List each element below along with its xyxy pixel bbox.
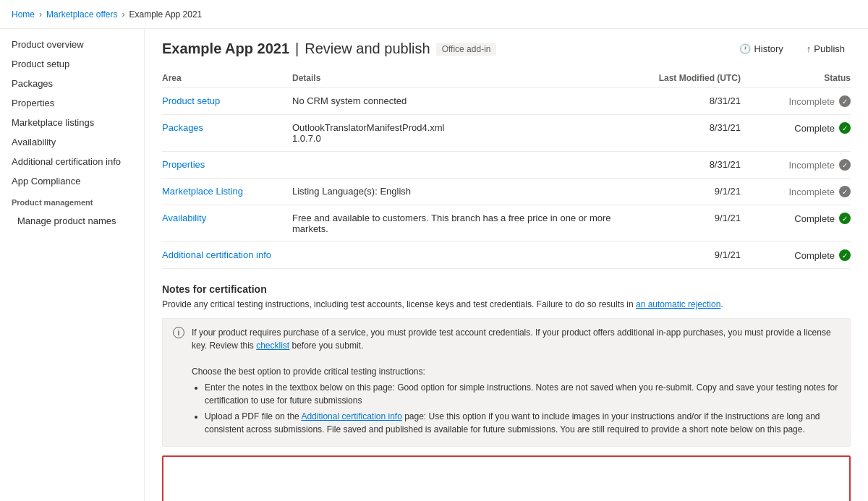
breadcrumb-sep2: › [122, 9, 125, 20]
incomplete-icon: ✓ [839, 186, 851, 197]
status-cell-0: Incomplete✓ [749, 88, 851, 115]
history-label: History [754, 43, 783, 54]
table-row: Additional certification info9/1/21Compl… [162, 242, 851, 269]
sidebar-item-additional-cert[interactable]: Additional certification info [0, 152, 144, 171]
col-modified: Last Modified (UTC) [634, 69, 749, 88]
sidebar-item-manage-product-names[interactable]: Manage product names [0, 211, 144, 231]
table-row: Properties8/31/21Incomplete✓ [162, 152, 851, 179]
checklist-link[interactable]: checklist [256, 341, 289, 351]
status-cell-5: Complete✓ [749, 242, 851, 269]
details-cell-4: Free and available to customers. This br… [292, 205, 634, 242]
complete-icon: ✓ [839, 249, 851, 261]
sidebar-item-product-overview[interactable]: Product overview [0, 35, 144, 54]
area-link-4[interactable]: Availability [162, 213, 206, 223]
title-divider: | [295, 40, 299, 57]
review-table: Area Details Last Modified (UTC) Status … [162, 69, 851, 269]
table-row: Product setupNo CRM system connected8/31… [162, 88, 851, 115]
page-subtitle: Review and publish [305, 40, 430, 57]
notes-section: Notes for certification Provide any crit… [162, 283, 851, 501]
breadcrumb: Home › Marketplace offers › Example App … [12, 9, 202, 20]
app-name: Example App 2021 [162, 40, 289, 57]
modified-cell-4: 9/1/21 [634, 205, 749, 242]
details-cell-1: OutlookTranslatorManifestProd4.xml1.0.7.… [292, 115, 634, 152]
history-button[interactable]: 🕐 History [733, 40, 788, 57]
details-cell-0: No CRM system connected [292, 88, 634, 115]
main-content: Example App 2021 | Review and publish Of… [145, 29, 868, 501]
breadcrumb-home[interactable]: Home [12, 9, 35, 20]
rejection-link[interactable]: an automatic rejection [636, 299, 720, 309]
publish-icon: ↑ [807, 43, 812, 54]
breadcrumb-sep1: › [39, 9, 42, 20]
modified-cell-2: 8/31/21 [634, 152, 749, 179]
details-cell-2 [292, 152, 634, 179]
publish-header-label: Publish [814, 43, 845, 54]
bullet-1: Enter the notes in the textbox below on … [205, 381, 840, 407]
sidebar-item-marketplace-listings[interactable]: Marketplace listings [0, 113, 144, 132]
table-row: Marketplace ListingListing Language(s): … [162, 179, 851, 205]
product-badge: Office add-in [436, 43, 497, 56]
complete-icon: ✓ [839, 122, 851, 134]
info-icon: i [173, 327, 184, 338]
modified-cell-0: 8/31/21 [634, 88, 749, 115]
col-details: Details [292, 69, 634, 88]
notes-description: Provide any critical testing instruction… [162, 298, 851, 311]
breadcrumb-offers[interactable]: Marketplace offers [46, 9, 118, 20]
additional-cert-link[interactable]: Additional certification info [301, 411, 401, 421]
notes-textarea[interactable] [162, 455, 851, 501]
area-link-1[interactable]: Packages [162, 122, 203, 133]
table-row: AvailabilityFree and available to custom… [162, 205, 851, 242]
sidebar-item-availability[interactable]: Availability [0, 132, 144, 152]
publish-header-button[interactable]: ↑ Publish [801, 40, 851, 57]
page-title-group: Example App 2021 | Review and publish Of… [162, 40, 496, 57]
status-cell-2: Incomplete✓ [749, 152, 851, 179]
details-cell-5 [292, 242, 634, 269]
col-area: Area [162, 69, 292, 88]
table-row: PackagesOutlookTranslatorManifestProd4.x… [162, 115, 851, 152]
incomplete-icon: ✓ [839, 95, 851, 107]
history-icon: 🕐 [739, 43, 751, 54]
area-link-3[interactable]: Marketplace Listing [162, 186, 243, 197]
sidebar-item-app-compliance[interactable]: App Compliance [0, 171, 144, 191]
sidebar-item-product-management: Product management [0, 191, 144, 211]
complete-icon: ✓ [839, 213, 851, 224]
area-link-2[interactable]: Properties [162, 159, 205, 170]
modified-cell-3: 9/1/21 [634, 179, 749, 205]
col-status: Status [749, 69, 851, 88]
area-link-0[interactable]: Product setup [162, 95, 220, 106]
sidebar-item-properties[interactable]: Properties [0, 93, 144, 113]
header-actions: 🕐 History ↑ Publish [733, 40, 851, 57]
sidebar: Product overviewProduct setupPackagesPro… [0, 29, 145, 501]
bullet-2: Upload a PDF file on the Additional cert… [205, 410, 840, 436]
notes-title: Notes for certification [162, 283, 851, 295]
modified-cell-1: 8/31/21 [634, 115, 749, 152]
details-cell-3: Listing Language(s): English [292, 179, 634, 205]
status-cell-4: Complete✓ [749, 205, 851, 242]
page-header: Example App 2021 | Review and publish Of… [162, 40, 851, 57]
breadcrumb-current: Example App 2021 [129, 9, 203, 20]
info-content: If your product requires purchase of a s… [192, 326, 840, 439]
sidebar-item-product-setup[interactable]: Product setup [0, 54, 144, 74]
modified-cell-5: 9/1/21 [634, 242, 749, 269]
info-box: i If your product requires purchase of a… [162, 318, 851, 447]
sidebar-item-packages[interactable]: Packages [0, 74, 144, 93]
area-link-5[interactable]: Additional certification info [162, 249, 271, 260]
status-cell-3: Incomplete✓ [749, 179, 851, 205]
incomplete-icon: ✓ [839, 159, 851, 171]
status-cell-1: Complete✓ [749, 115, 851, 152]
